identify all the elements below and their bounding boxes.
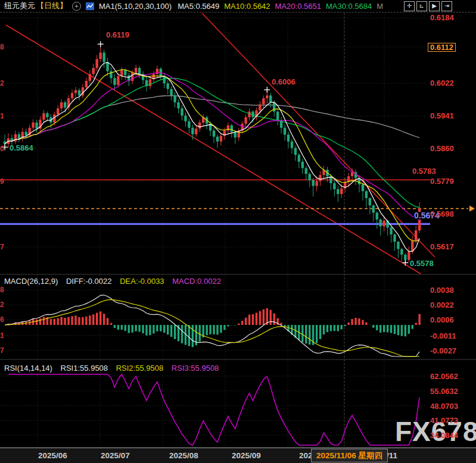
price-axis-left-digit: 8 [0,43,4,51]
candle-body [266,95,268,98]
candle-body [216,137,219,142]
price-axis-left-digit: 0 [0,145,4,152]
candle-body [149,79,151,86]
candle-body [337,189,339,194]
price-line-arrow-icon [469,205,475,211]
candle-body [284,128,286,135]
candle-body [397,242,399,249]
price-axis-left-digit: 9 [0,178,4,185]
candle-body [298,155,300,162]
time-label-month: 2025/09 [232,451,261,460]
macd-title: MACD(26,12,9) [4,277,58,286]
candle-body [46,113,48,117]
rsi-title: RSI(14,14,14) [4,364,52,373]
price-axis-label: 0.5860 [430,145,454,152]
chart-canvas[interactable] [0,0,476,463]
candle-body [32,123,34,128]
candle-body [170,89,172,96]
macd-header: MACD(26,12,9) DIFF:-0.0022 DEA:-0.0033 M… [4,277,227,286]
axis-play-tool-icon[interactable]: ▶ [429,1,440,11]
high-label-july: 0.6119 [106,31,129,39]
macd-axis-label: 0.0022 [430,301,454,309]
candle-body [220,136,222,142]
candle-body [131,73,133,81]
candle-body [167,83,169,89]
price-axis-label: 0.6112 [428,43,456,52]
trend-line [6,25,421,274]
macd-axis-left-digit: 8 [0,286,4,293]
candle-body [287,134,290,142]
rsi2-value: RSI2:55.9508 [116,364,164,373]
macd-axis-label: 0.0006 [430,316,454,324]
macd-axis-left-digit: 2 [0,301,4,308]
candle-body [333,183,335,189]
axis-scale-tool-icon[interactable]: ⊾ [416,1,427,11]
rsi-axis-label: 41.0773 [430,417,458,424]
candle-body [312,180,314,186]
period-label: 【日线】 [36,1,67,11]
candle-body [138,68,141,74]
candle-body [415,230,417,241]
time-label-month: 2025/08 [169,451,198,460]
candle-body [78,90,80,96]
time-axis: 202 2025/11/06 星期四 25/11 2025/062025/072… [0,448,476,463]
candle-body [365,191,368,198]
price-axis-left-digit: 2 [0,80,4,87]
candle-body [393,234,396,242]
candle-body [195,129,197,134]
ma20-value: MA20:0.5651 [275,2,321,11]
circle-plus-icon[interactable]: + [72,2,81,11]
ma10-value: MA10:0.5642 [224,2,270,11]
candle-body [340,189,343,195]
candle-body [188,121,190,128]
rsi-line [8,374,419,445]
resistance-label: 0.5783 [412,167,436,175]
macd-axis-label: 0.0038 [430,286,454,294]
rsi-axis-label: 34.0844 [430,431,458,439]
trading-chart-app: 纽元美元 【日线】 + MA1(5,10,20,30,100) MA5:0.56… [0,0,476,463]
candle-body [124,70,126,76]
time-label-month: 2025/07 [101,451,130,460]
candle-body [362,184,364,192]
candle-body [57,108,59,114]
ma5-value: MA5:0.5649 [178,2,219,11]
ma30-value: MA30:0.5684 [326,2,372,11]
candle-body [244,117,247,124]
move-tool-icon[interactable]: ✛ [404,1,415,11]
macd-axis-label: -0.0011 [430,332,456,340]
macd-axis-left-digit: 1 [0,332,4,339]
candle-body [184,115,186,121]
low-label-june: 0.5864 [10,144,33,152]
price-axis-label: 0.5698 [430,210,454,218]
candle-body [376,212,378,220]
candle-body [120,70,123,76]
candle-body [259,104,261,110]
candle-body [276,112,279,121]
price-axis-label: 0.6184 [430,14,454,21]
candle-body [113,78,116,85]
candle-body [14,134,17,142]
macd-axis-label: -0.0027 [430,347,456,355]
m-label: M [377,2,383,11]
ma-settings-label: MA1(5,10,20,30,100) [99,2,172,11]
macd-axis-left-digit: 7 [0,347,4,354]
time-label-month: 2025/06 [38,451,67,460]
candle-body [135,68,137,73]
candle-body [173,95,176,102]
candle-body [35,123,38,129]
rsi-axis-label: 48.0703 [430,402,458,410]
candle-body [400,249,403,255]
candle-body [85,81,88,87]
candle-body [71,93,73,98]
candle-body [213,130,215,136]
candle-body [382,221,385,227]
pan-right-tool-icon[interactable]: ⇥ [441,1,452,11]
price-axis-label: 0.5779 [430,177,454,185]
candle-body [319,175,321,181]
candle-body [25,132,27,135]
macd-dea-value: DEA:-0.0033 [120,277,164,286]
candle-body [309,174,311,180]
candle-body [305,168,307,174]
candle-body [60,102,63,108]
chart-type-icon[interactable] [86,2,94,10]
